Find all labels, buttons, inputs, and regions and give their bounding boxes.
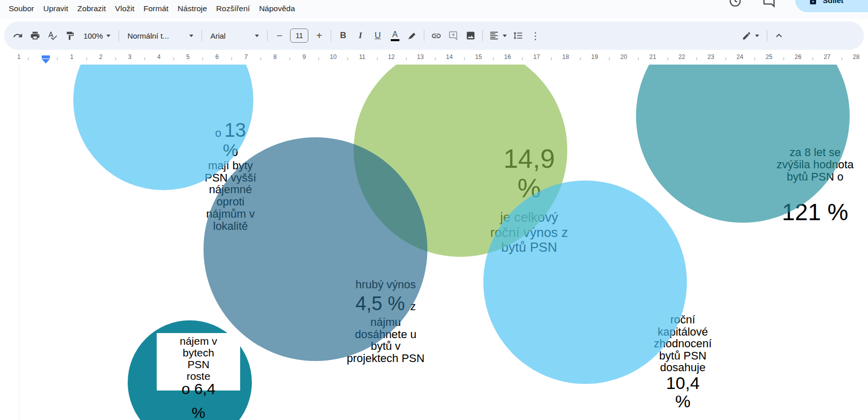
print-icon xyxy=(30,31,40,41)
ruler-tick xyxy=(28,57,28,60)
line-spacing-button[interactable] xyxy=(509,26,527,45)
bubble-circle-gross-yield[interactable] xyxy=(204,137,427,361)
ruler-number: 10 xyxy=(330,53,336,61)
menu-soubor[interactable]: Soubor xyxy=(4,2,39,15)
menu-format[interactable]: Formát xyxy=(139,2,173,15)
ruler-number: 6 xyxy=(215,53,219,61)
ruler-number: 22 xyxy=(678,53,685,61)
print-button[interactable] xyxy=(26,26,44,45)
image-icon xyxy=(466,31,476,41)
chevron-up-icon xyxy=(774,31,784,41)
ruler-tick xyxy=(144,57,145,60)
ruler-tick xyxy=(697,57,697,60)
add-comment-button[interactable] xyxy=(445,26,462,45)
ruler-tick xyxy=(580,57,581,60)
align-left-icon xyxy=(489,31,499,41)
ruler-number: 7 xyxy=(244,53,248,61)
decrease-font-size-button[interactable]: − xyxy=(271,26,288,45)
ruler-number: 3 xyxy=(128,53,132,61)
page-left-edge xyxy=(19,65,19,420)
bubble-text-rent-growth: nájem vbytechPSNrosteo 6,4 xyxy=(157,336,240,398)
ruler-tick xyxy=(115,57,116,60)
ruler-tick xyxy=(232,57,232,60)
ruler-number: 21 xyxy=(649,53,656,61)
ruler-number: 26 xyxy=(795,53,801,61)
bubble-circle-capital-appreciation[interactable] xyxy=(483,181,687,384)
toolbar-separator xyxy=(424,30,424,41)
insert-image-button[interactable] xyxy=(462,26,479,45)
indent-marker[interactable] xyxy=(42,55,50,64)
toolbar-separator xyxy=(331,30,331,41)
align-button[interactable] xyxy=(486,26,509,45)
bold-button[interactable]: B xyxy=(334,26,352,45)
ruler-number: 19 xyxy=(591,53,598,61)
ruler-number: 20 xyxy=(620,53,627,61)
more-options-label: ⋮ xyxy=(531,30,540,42)
insert-link-button[interactable] xyxy=(427,26,445,45)
ruler-tick xyxy=(435,57,436,60)
zoom-select[interactable]: 100% xyxy=(78,26,115,45)
lock-icon xyxy=(808,0,818,5)
toolbar-separator xyxy=(267,30,268,41)
ruler-number: 1 xyxy=(17,53,21,61)
increase-font-size-button[interactable]: + xyxy=(310,26,328,45)
highlight-color-button[interactable] xyxy=(403,26,421,45)
paint-format-button[interactable] xyxy=(61,26,78,45)
ruler-tick xyxy=(551,57,552,60)
menu-nastroje[interactable]: Nástroje xyxy=(173,2,212,15)
ruler-tick xyxy=(348,57,348,60)
toolbar: 100% Normální t... Arial − 11 + B I U A xyxy=(4,21,864,50)
spellcheck-icon xyxy=(47,31,57,41)
ruler-tick xyxy=(202,57,203,60)
chevron-down-icon xyxy=(106,35,110,37)
ruler-tick xyxy=(290,57,290,60)
zoom-value: 100% xyxy=(83,32,103,40)
ruler-number: 16 xyxy=(504,53,511,61)
menu-bar: Soubor Upravit Zobrazit Vložit Formát Ná… xyxy=(4,2,300,15)
toolbar-separator xyxy=(201,30,202,41)
ruler-tick xyxy=(319,57,319,60)
ruler-tick xyxy=(668,57,668,60)
collapse-menus-button[interactable] xyxy=(770,26,788,45)
underline-button[interactable]: U xyxy=(369,26,386,45)
ruler-tick xyxy=(842,57,842,60)
ruler-number: 23 xyxy=(708,53,714,61)
ruler-number: 28 xyxy=(853,53,859,61)
menu-zobrazit[interactable]: Zobrazit xyxy=(73,2,110,15)
ruler-tick xyxy=(638,57,639,60)
pencil-icon xyxy=(742,31,751,41)
link-icon xyxy=(431,31,442,41)
app-menubar: Soubor Upravit Zobrazit Vložit Formát Ná… xyxy=(0,0,868,19)
editing-mode-button[interactable] xyxy=(737,26,764,45)
left-indent-icon xyxy=(42,59,50,64)
comments-icon[interactable] xyxy=(762,0,776,10)
bubble-text-rent-growth-percent: % xyxy=(157,404,240,420)
share-button[interactable]: Sdílet xyxy=(795,0,868,12)
menu-vlozit[interactable]: Vložit xyxy=(110,2,139,15)
document-page[interactable]: o 13%mají bytyPSN vyššínájemnéoprotinájm… xyxy=(0,65,868,420)
highlighter-icon xyxy=(407,31,417,41)
line-spacing-icon xyxy=(513,31,523,41)
redo-button[interactable] xyxy=(9,26,26,45)
paragraph-style-select[interactable]: Normální t... xyxy=(122,26,198,45)
font-select[interactable]: Arial xyxy=(205,26,264,45)
italic-button[interactable]: I xyxy=(352,26,369,45)
version-history-icon[interactable] xyxy=(729,0,742,10)
ruler-tick xyxy=(755,57,755,60)
ruler-number: 14 xyxy=(446,53,453,61)
ruler-number: 11 xyxy=(359,53,365,61)
font-size-input[interactable]: 11 xyxy=(290,28,308,43)
menu-napoveda[interactable]: Nápověda xyxy=(254,2,300,15)
ruler-number: 4 xyxy=(157,53,161,61)
ruler-tick xyxy=(493,57,494,60)
menu-upravit[interactable]: Upravit xyxy=(39,2,73,15)
menu-rozsireni[interactable]: Rozšíření xyxy=(212,2,254,15)
ruler-tick xyxy=(57,57,57,60)
ruler-number: 8 xyxy=(273,53,277,61)
ruler-number: 24 xyxy=(737,53,743,61)
spellcheck-button[interactable] xyxy=(44,26,61,45)
more-options-button[interactable]: ⋮ xyxy=(527,26,544,45)
ruler-tick xyxy=(726,57,726,60)
ruler-number: 12 xyxy=(388,53,394,61)
text-color-button[interactable]: A xyxy=(386,26,403,45)
